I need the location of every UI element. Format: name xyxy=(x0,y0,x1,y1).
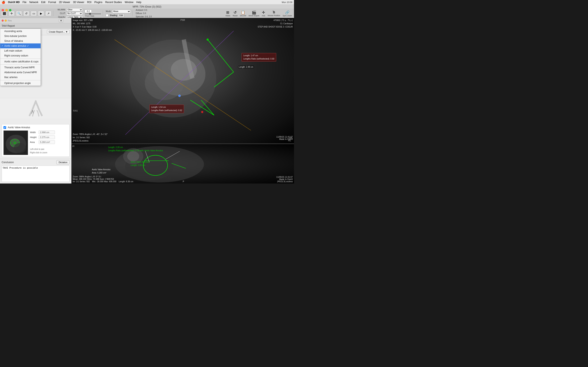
resize-panel-btn[interactable]: ⊞ xyxy=(59,19,63,22)
bottom-imaging-svg xyxy=(71,144,294,184)
create-report-select[interactable]: Create Report... ▼ xyxy=(47,30,70,34)
dropdown-menu: Ascending aorta Sino-tubular junction Si… xyxy=(0,29,41,86)
dropdown-item-1[interactable]: Sino-tubular junction xyxy=(0,34,41,39)
window-title: MPR: 73% iDose (3) (502) xyxy=(133,5,162,8)
svg-point-18 xyxy=(207,39,209,41)
psr-label: PSR xyxy=(181,19,185,21)
bottom-zoom-info: Zoom: 388% Angles L-R: 0° S-I xyxy=(73,175,101,178)
pos-x-info: X: 0 px Y: 0 px Value: 0.00 xyxy=(73,25,112,29)
width-row: Width 2.998 cm xyxy=(30,131,68,134)
views-button[interactable]: ⊞ Views xyxy=(225,10,231,17)
dropdown-item-4[interactable]: Left main ostium xyxy=(0,48,41,53)
dicom-button[interactable]: 📋 DICOM xyxy=(239,10,247,17)
arrow-tool-icon[interactable]: ↗ xyxy=(45,11,52,16)
clut-select[interactable]: No CLUT xyxy=(66,12,83,15)
wl-label: WL/WW: xyxy=(57,8,66,11)
dropdown-item-0[interactable]: Ascending aorta xyxy=(0,29,41,34)
clut-label: CLUT: xyxy=(57,12,66,15)
window-menu[interactable]: Window xyxy=(125,1,134,4)
dropdown-item-7[interactable]: Thoracic aorta Curved MPR xyxy=(0,65,41,70)
help-menu[interactable]: Help xyxy=(136,1,141,4)
format-menu[interactable]: Format xyxy=(48,1,56,4)
maximize-button[interactable] xyxy=(9,9,11,11)
mouse-position-button[interactable]: 🖱 Mouse Position xyxy=(267,10,281,17)
av-header: Aortic Valve Annulus xyxy=(3,126,68,129)
exam-type: Ct: Cardiaque xyxy=(258,22,293,25)
2d-viewer-menu[interactable]: 2D Viewer xyxy=(59,1,70,4)
movie-export-button[interactable]: 🎬 Movie Export xyxy=(248,10,260,17)
recent-studies-menu[interactable]: Recent Studies xyxy=(105,1,122,4)
hint-right: Right-click to zoom xyxy=(30,151,68,154)
network-menu[interactable]: Network xyxy=(29,1,38,4)
codec-info: JPEGLSLossless xyxy=(73,139,108,142)
refresh-icon[interactable]: ↺ xyxy=(23,11,29,16)
ambiant-value: Ambiant: 0.5 xyxy=(136,8,152,12)
dropdown-item-5[interactable]: Right coronary ostium xyxy=(0,53,41,58)
anatomy-diagram xyxy=(0,98,71,118)
search-icon[interactable]: 🔍 xyxy=(16,11,22,16)
av-checkbox[interactable] xyxy=(3,126,6,129)
3d-viewer-menu[interactable]: 3D Viewer xyxy=(73,1,84,4)
height-row: Height 2.275 cm xyxy=(30,135,68,139)
dropdown-item-9[interactable]: Iliac arteries xyxy=(0,75,41,80)
conclusion-textarea[interactable]: TAVI Procedure is possible xyxy=(2,166,70,182)
crosshair-icon[interactable]: ✛ xyxy=(9,11,15,16)
roi-menu[interactable]: ROI xyxy=(87,1,91,4)
protocol: STEP AND SHOOT IDOSE 3 -COEUR xyxy=(258,25,293,29)
dropdown-item-3[interactable]: ✓ Aortic valve annulus ✓ xyxy=(0,43,41,48)
right-panel: Image size: 357 x 388 WL: 263 WW: 1275 X… xyxy=(71,18,294,184)
dropdown-item-6[interactable]: Aortic valve calcification & cups xyxy=(0,59,41,64)
dropdown-arrow-icon: ▼ xyxy=(66,31,68,33)
plugins-menu[interactable]: Plugins xyxy=(94,1,102,4)
av-ct-image xyxy=(3,131,28,155)
panel-header: TAVI Report xyxy=(0,23,71,29)
ir-label: IR xyxy=(72,145,75,147)
rect-icon[interactable]: ▭ xyxy=(31,11,37,16)
reset-button[interactable]: ↺ Reset xyxy=(232,10,238,17)
svg-point-8 xyxy=(14,143,26,153)
separator-1 xyxy=(53,11,53,16)
panel-close[interactable] xyxy=(2,20,4,22)
apple-menu[interactable]: 🍎 xyxy=(2,1,5,4)
minimize-button[interactable] xyxy=(5,9,8,11)
mode-select[interactable]: Mean xyxy=(112,9,131,13)
dictation-button[interactable]: Dictation xyxy=(56,160,70,164)
wl-number-input[interactable] xyxy=(85,9,92,13)
dicom-icon: 📋 xyxy=(241,10,245,15)
window-controls xyxy=(2,9,11,11)
dropdown-label-5: Right coronary ostium xyxy=(4,54,28,57)
dropdown-item-8[interactable]: Abdominal aorta Curved MPR xyxy=(0,70,41,75)
dropdown-label-10: Optimal projection angle xyxy=(4,82,31,85)
mouse-label: Mouse Position xyxy=(268,15,280,17)
conclusion-section: Conclusion Dictation TAVI Procedure is p… xyxy=(0,159,71,184)
av-title: Aortic Valve Annulus xyxy=(8,126,30,129)
sync-zoom-button[interactable]: 🔗 Sync Zoom xyxy=(282,10,293,17)
dropdown-label-8: Abdominal aorta Curved MPR xyxy=(4,71,37,74)
right-toolbar: ⊞ Views ↺ Reset 📋 DICOM 🎬 Movie Export ✛… xyxy=(225,10,293,17)
axis-button[interactable]: ✛ Axis xyxy=(261,10,266,17)
anatomy-svg xyxy=(24,99,48,117)
length-label-2: Length: 2.48 cm xyxy=(238,66,254,68)
panel-minimize[interactable] xyxy=(5,20,7,22)
height-value: 2.275 cm xyxy=(39,135,55,139)
close-button[interactable] xyxy=(2,9,4,11)
wl-select[interactable]: Other xyxy=(66,8,83,11)
edit-menu[interactable]: Edit xyxy=(41,1,45,4)
shading-checkbox[interactable] xyxy=(106,14,108,17)
dropdown-item-2[interactable]: Sinus of Valsalva xyxy=(0,39,41,43)
video-icon[interactable]: ▶ xyxy=(38,11,44,16)
app-menu[interactable]: OsiriX MD xyxy=(8,1,20,4)
dropdown-label-3: Aortic valve annulus ✓ xyxy=(4,44,29,47)
info-top-right: 470902 ( 71 y , 71 y ) Ct: Cardiaque STE… xyxy=(258,19,293,29)
shading-label: Shading xyxy=(110,14,117,17)
menubar: 🍎 OsiriX MD File Network Edit Format 2D … xyxy=(0,0,294,4)
valve-labels: Aortic Valve Annulus Length: 3.00 cm xyxy=(131,160,149,167)
wl-slider[interactable] xyxy=(85,13,101,14)
monitor-icon[interactable]: ⬛ xyxy=(1,11,7,16)
clock: Mon 10:08 xyxy=(282,1,292,3)
zoom-info: Zoom: 785% Angles L-R: -40°, S-I: 52° xyxy=(73,133,108,136)
file-menu[interactable]: File xyxy=(22,1,26,4)
edit-button[interactable]: Edit xyxy=(118,14,124,17)
dropdown-item-10[interactable]: Optimal projection angle xyxy=(0,81,41,86)
axis-icon: ✛ xyxy=(262,10,265,15)
